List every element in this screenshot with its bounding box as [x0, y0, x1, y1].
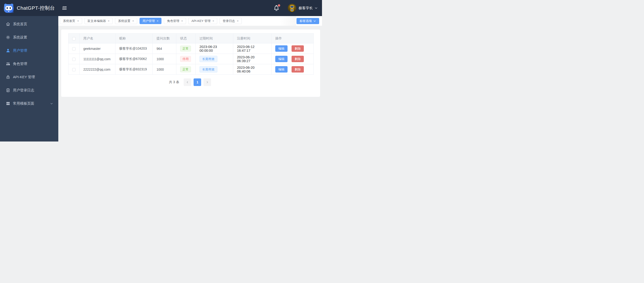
tab-options-label: 标签选项	[300, 19, 312, 23]
tab-user-management[interactable]: 用户管理 ×	[140, 18, 162, 24]
cell-nickname: 极客学长@670062	[116, 54, 153, 64]
cell-nickname: 极客学长@104203	[116, 44, 153, 54]
main-content: 用户名 昵称 提问次数 状态 过期时间 注册时间 操作 geekmaster 极…	[58, 26, 322, 142]
tab-close-icon[interactable]: ×	[77, 19, 79, 23]
select-all-checkbox[interactable]	[72, 37, 76, 40]
grid-icon	[6, 101, 10, 106]
tab-close-icon[interactable]: ×	[237, 19, 239, 23]
sidebar-item-user-login-log[interactable]: 用户登录日志	[0, 84, 58, 97]
tab-bar: 系统首页 × 富文本编辑器 × 系统设置 × 用户管理 × 角色管理 × API…	[58, 16, 322, 26]
unread-notification-dot	[278, 4, 280, 7]
row-checkbox[interactable]	[72, 47, 76, 51]
user-icon	[6, 49, 10, 53]
sidebar-item-role-management[interactable]: 角色管理	[0, 57, 58, 70]
status-badge: 停用	[180, 56, 191, 62]
cell-count: 1000	[153, 54, 176, 64]
tab-label: 角色管理	[167, 19, 179, 23]
sidebar-item-template-pages[interactable]: 常用模板页面	[0, 97, 58, 110]
sidebar-item-label: 系统设置	[13, 35, 27, 40]
cell-register-time: 2023-06-20 06:39:27	[233, 54, 272, 64]
sidebar-item-label: 用户管理	[13, 49, 27, 53]
expire-badge: 长期有效	[200, 56, 218, 62]
tab-system-home[interactable]: 系统首页 ×	[60, 18, 82, 24]
pagination-page-1[interactable]: 1	[194, 78, 201, 86]
gear-icon	[6, 35, 10, 40]
users-group-icon	[6, 62, 10, 66]
log-clipboard-icon	[6, 88, 10, 92]
user-name[interactable]: 极客学长	[299, 6, 313, 11]
edit-button[interactable]: 编辑	[275, 56, 288, 62]
tab-close-icon[interactable]: ×	[132, 19, 134, 23]
tab-richtext-editor[interactable]: 富文本编辑器 ×	[84, 18, 113, 24]
app-root: ChatGPT-控制台	[0, 0, 322, 142]
tab-label: 登录日志	[222, 19, 235, 23]
column-header-register: 注册时间	[233, 34, 272, 44]
delete-button[interactable]: 删除	[292, 45, 304, 52]
app-title: ChatGPT-控制台	[17, 5, 55, 11]
edit-button[interactable]: 编辑	[275, 45, 288, 52]
tab-close-icon[interactable]: ×	[212, 19, 214, 23]
edit-button[interactable]: 编辑	[275, 66, 288, 73]
cell-nickname: 极客学长@832319	[116, 64, 153, 75]
pagination-prev-button[interactable]	[184, 78, 191, 86]
tab-close-icon[interactable]: ×	[181, 19, 183, 23]
column-header-status: 状态	[176, 34, 196, 44]
header-right-group: 极客学长	[274, 4, 318, 12]
users-table: 用户名 昵称 提问次数 状态 过期时间 注册时间 操作 geekmaster 极…	[68, 33, 314, 75]
notification-bell-icon[interactable]	[274, 5, 279, 11]
row-checkbox[interactable]	[72, 68, 76, 71]
tab-login-log[interactable]: 登录日志 ×	[220, 18, 242, 24]
tabbar-scroll-fade	[280, 16, 296, 26]
cell-register-time: 2023-06-12 16:47:17	[233, 44, 272, 54]
cell-count: 1000	[153, 64, 176, 75]
tab-close-icon[interactable]: ×	[108, 19, 110, 23]
tab-apikey-management[interactable]: API-KEY 管理 ×	[188, 18, 217, 24]
sidebar-item-system-settings[interactable]: 系统设置	[0, 31, 58, 44]
delete-button[interactable]: 删除	[292, 56, 304, 62]
cell-count: 964	[153, 44, 176, 54]
pagination-next-button[interactable]	[204, 78, 211, 86]
user-menu-chevron-down-icon[interactable]	[314, 6, 318, 10]
sidebar-menu: 系统首页 系统设置 用户管理	[0, 16, 58, 110]
user-avatar[interactable]	[288, 4, 296, 12]
pagination: 共 3 条 1	[68, 78, 313, 86]
status-badge: 正常	[180, 46, 191, 52]
tab-label: 富文本编辑器	[88, 19, 106, 23]
tab-label: 系统设置	[118, 19, 130, 23]
tab-system-settings[interactable]: 系统设置 ×	[115, 18, 137, 24]
sidebar-item-label: 角色管理	[13, 62, 27, 66]
table-row: 2222222@qq.com 极客学长@832319 1000 正常 长期有效 …	[68, 64, 314, 75]
column-header-count: 提问次数	[153, 34, 176, 44]
tab-role-management[interactable]: 角色管理 ×	[164, 18, 186, 24]
sidebar-item-label: 用户登录日志	[13, 88, 34, 93]
row-checkbox[interactable]	[72, 58, 76, 61]
sidebar-item-apikey-management[interactable]: API-KEY 管理	[0, 70, 58, 84]
home-icon	[6, 22, 10, 26]
sidebar-collapse-icon[interactable]	[62, 5, 67, 11]
column-header-expire: 过期时间	[196, 34, 233, 44]
column-header-username: 用户名	[80, 34, 116, 44]
tab-options-button[interactable]: 标签选项	[296, 18, 319, 24]
table-row: 11111111@qq.com 极客学长@670062 1000 停用 长期有效…	[68, 54, 314, 64]
delete-button[interactable]: 删除	[292, 66, 304, 73]
expire-badge: 长期有效	[200, 66, 218, 73]
tab-label: 系统首页	[63, 19, 75, 23]
sidebar: 系统首页 系统设置 用户管理	[0, 16, 58, 142]
pagination-total: 共 3 条	[169, 80, 180, 84]
tab-close-icon[interactable]: ×	[157, 19, 159, 23]
sidebar-item-label: API-KEY 管理	[13, 75, 35, 79]
top-header: ChatGPT-控制台	[0, 0, 322, 16]
cell-expire-time: 2023-06-23 00:00:00	[196, 44, 233, 54]
cell-username: 2222222@qq.com	[80, 64, 116, 75]
cell-register-time: 2023-06-20 06:40:06	[233, 64, 272, 75]
column-header-nickname: 昵称	[116, 34, 153, 44]
chevron-left-icon	[186, 81, 189, 84]
sidebar-item-system-home[interactable]: 系统首页	[0, 18, 58, 31]
sidebar-item-label: 系统首页	[13, 22, 27, 27]
app-logo-robot-icon	[3, 3, 14, 14]
chevron-down-icon	[313, 20, 316, 23]
sidebar-item-label: 常用模板页面	[13, 101, 34, 106]
sidebar-item-user-management[interactable]: 用户管理	[0, 44, 58, 57]
column-header-actions: 操作	[272, 34, 314, 44]
tab-label: 用户管理	[142, 19, 155, 23]
